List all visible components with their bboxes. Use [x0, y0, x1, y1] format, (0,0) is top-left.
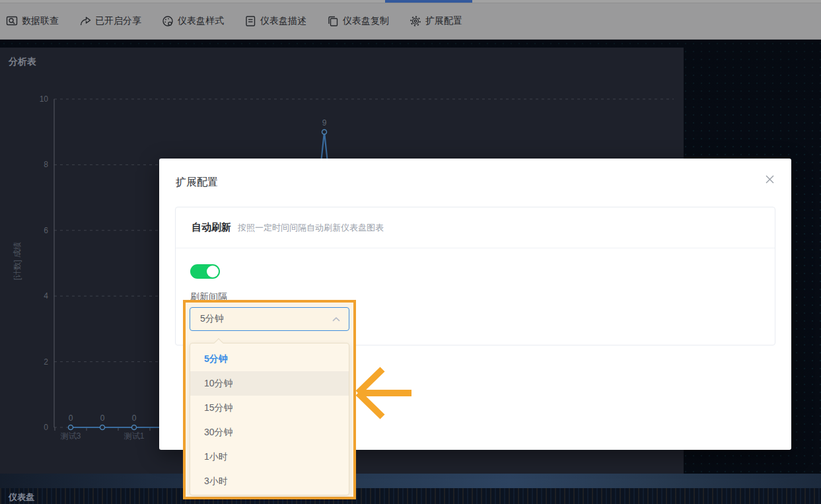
card-description: 按照一定时间间隔自动刷新仪表盘图表: [238, 222, 384, 234]
data-query-icon: [5, 15, 18, 28]
toolbar-item-label: 仪表盘复制: [343, 15, 389, 27]
interval-select[interactable]: 5分钟: [190, 307, 349, 331]
toolbar: 数据联查 已开启分享 仪表盘样式 仪表盘描述 仪表盘复制 扩展配置: [0, 3, 821, 40]
svg-text:6: 6: [44, 226, 48, 235]
chevron-up-icon: [332, 317, 340, 322]
toolbar-item-extension-config[interactable]: 扩展配置: [409, 15, 462, 28]
svg-text:8: 8: [44, 160, 48, 169]
gear-icon: [409, 15, 422, 28]
description-icon: [244, 15, 257, 28]
dropdown-option[interactable]: 10分钟: [190, 371, 349, 396]
dropdown-option[interactable]: 1小时: [190, 445, 349, 469]
annotation-arrow: [353, 365, 416, 423]
card-body: 刷新间隔: [176, 248, 775, 303]
dashboard-section-label: 仪表盘: [9, 491, 34, 503]
svg-text:4: 4: [44, 291, 48, 301]
toolbar-item-style[interactable]: 仪表盘样式: [161, 15, 224, 28]
city-skyline-band: [0, 474, 821, 488]
toolbar-item-data-query[interactable]: 数据联查: [5, 15, 59, 28]
toolbar-item-description[interactable]: 仪表盘描述: [244, 15, 306, 28]
svg-text:10: 10: [40, 94, 49, 104]
city-skyline-lower: [0, 488, 821, 504]
annotation-highlight-box: 5分钟 5分钟 10分钟 15分钟 30分钟 1小时 3小时: [183, 300, 356, 499]
svg-text:2: 2: [44, 357, 48, 367]
svg-text:9: 9: [322, 118, 327, 127]
dialog-title: 扩展配置: [176, 176, 218, 190]
dropdown-option[interactable]: 5分钟: [190, 347, 349, 371]
dialog-close-button[interactable]: [764, 174, 775, 186]
dropdown-option[interactable]: 15分钟: [190, 396, 349, 420]
toolbar-item-share[interactable]: 已开启分享: [79, 15, 141, 28]
share-icon: [79, 15, 92, 28]
app-root: 数据联查 已开启分享 仪表盘样式 仪表盘描述 仪表盘复制 扩展配置 分析表 02…: [0, 0, 821, 504]
svg-text:测试3: 测试3: [60, 431, 81, 441]
auto-refresh-toggle[interactable]: [190, 264, 220, 279]
toolbar-item-label: 仪表盘描述: [260, 15, 306, 27]
interval-dropdown: 5分钟 10分钟 15分钟 30分钟 1小时 3小时: [190, 343, 349, 495]
svg-text:测试1: 测试1: [124, 431, 145, 441]
svg-text:0: 0: [132, 414, 137, 423]
toggle-knob: [207, 266, 219, 277]
card-header: 自动刷新 按照一定时间间隔自动刷新仪表盘图表: [176, 207, 775, 248]
select-value: 5分钟: [190, 313, 332, 325]
dropdown-option[interactable]: 3小时: [190, 469, 349, 493]
svg-text:[计数] 成绩: [计数] 成绩: [13, 242, 22, 280]
svg-text:0: 0: [100, 414, 105, 423]
palette-icon: [161, 15, 174, 28]
toolbar-item-copy[interactable]: 仪表盘复制: [326, 15, 389, 28]
copy-icon: [326, 15, 339, 28]
dropdown-option[interactable]: 30分钟: [190, 420, 349, 445]
toolbar-item-label: 已开启分享: [95, 15, 141, 27]
svg-text:0: 0: [44, 423, 48, 432]
toolbar-item-label: 仪表盘样式: [178, 15, 224, 27]
toolbar-item-label: 数据联查: [22, 15, 59, 27]
card-title: 自动刷新: [192, 221, 231, 234]
close-icon: [765, 174, 775, 187]
toolbar-item-label: 扩展配置: [425, 15, 462, 27]
svg-text:0: 0: [69, 414, 73, 423]
